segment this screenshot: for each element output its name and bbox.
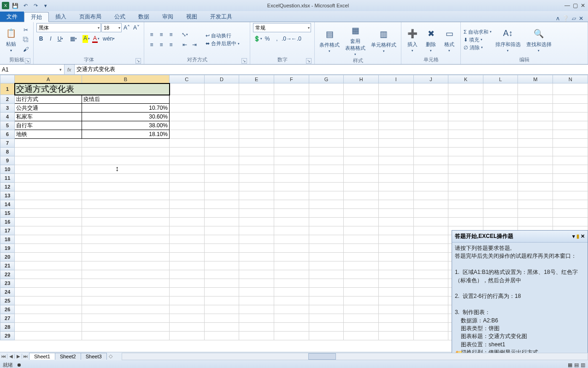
cell-K12[interactable] [448,183,483,191]
cell-E19[interactable] [239,244,274,253]
cell-A13[interactable] [15,191,82,200]
sheet-nav-prev-icon[interactable]: ◀ [7,354,15,359]
close-icon[interactable]: ✕ [581,2,585,9]
cell-C5[interactable] [170,121,205,130]
cell-C1[interactable] [170,83,205,95]
cell-B7[interactable] [82,139,169,148]
cell-J24[interactable] [413,288,448,297]
cell-I23[interactable] [379,279,414,288]
cell-H4[interactable] [344,113,379,121]
cell-D12[interactable] [204,183,239,191]
cell-J1[interactable] [413,83,448,95]
tab-review[interactable]: 审阅 [156,12,180,22]
cell-styles-button[interactable]: ▥单元格样式▾ [369,27,398,54]
cell-E18[interactable] [239,235,274,244]
cell-E6[interactable] [239,130,274,139]
cell-L8[interactable] [483,148,518,156]
cell-N5[interactable] [553,121,588,130]
cell-B11[interactable] [82,174,169,183]
cell-F12[interactable] [274,183,309,191]
increase-decimal-icon[interactable]: .0→ [282,34,291,43]
cell-I5[interactable] [379,121,414,130]
cell-I1[interactable] [379,83,414,95]
cell-L15[interactable] [483,209,518,218]
cell-B10[interactable] [82,165,169,174]
cell-J22[interactable] [413,270,448,279]
cell-G8[interactable] [309,148,344,156]
row-header-11[interactable]: 11 [0,174,15,183]
row-header-4[interactable]: 4 [0,113,15,121]
col-header-K[interactable]: K [448,75,483,83]
cell-A3[interactable]: 公共交通 [15,104,82,113]
cell-H1[interactable] [344,83,379,95]
cell-A10[interactable] [15,165,82,174]
cell-I25[interactable] [379,297,414,305]
cell-I15[interactable] [379,209,414,218]
macro-record-icon[interactable]: ⏺ [17,362,22,368]
cell-G29[interactable] [309,332,344,340]
cell-I21[interactable] [379,261,414,270]
cell-G12[interactable] [309,183,344,191]
cell-C9[interactable] [170,156,205,165]
cell-C14[interactable] [170,200,205,209]
cell-B15[interactable] [82,209,169,218]
cell-M6[interactable] [518,130,553,139]
cell-B14[interactable] [82,200,169,209]
select-all-corner[interactable] [0,75,15,83]
cell-K9[interactable] [448,156,483,165]
row-header-21[interactable]: 21 [0,261,15,270]
cell-K2[interactable] [448,95,483,104]
cell-E3[interactable] [239,104,274,113]
cell-B16[interactable] [82,218,169,226]
cell-C27[interactable] [170,314,205,323]
cell-C29[interactable] [170,332,205,340]
cell-E8[interactable] [239,148,274,156]
cell-E10[interactable] [239,165,274,174]
sheet-nav-last-icon[interactable]: ⏭ [22,354,29,359]
cell-J12[interactable] [413,183,448,191]
col-header-H[interactable]: H [344,75,379,83]
col-header-N[interactable]: N [553,75,588,83]
cell-M13[interactable] [518,191,553,200]
cell-D24[interactable] [204,288,239,297]
cell-J21[interactable] [413,261,448,270]
cell-G14[interactable] [309,200,344,209]
cell-N6[interactable] [553,130,588,139]
cell-K8[interactable] [448,148,483,156]
cell-E24[interactable] [239,288,274,297]
cell-H11[interactable] [344,174,379,183]
cell-N10[interactable] [553,165,588,174]
cell-J13[interactable] [413,191,448,200]
cell-A1[interactable]: 交通方式变化表 [15,83,170,95]
view-pagebreak-icon[interactable]: ▥ [581,362,585,368]
cell-D14[interactable] [204,200,239,209]
cell-G6[interactable] [309,130,344,139]
cell-L13[interactable] [483,191,518,200]
cell-B3[interactable]: 10.70% [82,104,169,113]
col-header-D[interactable]: D [204,75,239,83]
align-middle-icon[interactable]: ≡ [157,30,166,39]
cell-J5[interactable] [413,121,448,130]
cell-D7[interactable] [204,139,239,148]
cell-J8[interactable] [413,148,448,156]
copy-icon[interactable]: ⿻ [21,35,30,44]
cell-G3[interactable] [309,104,344,113]
font-dialog-icon[interactable]: ↘ [135,58,141,64]
cell-G20[interactable] [309,253,344,261]
cell-J9[interactable] [413,156,448,165]
cell-B27[interactable] [82,314,169,323]
font-name-combo[interactable]: 黑体▾ [36,23,101,32]
cell-F4[interactable] [274,113,309,121]
cell-A29[interactable] [15,332,82,340]
cell-A21[interactable] [15,261,82,270]
tab-file[interactable]: 文件 [0,12,24,22]
cell-H23[interactable] [344,279,379,288]
cell-M3[interactable] [518,104,553,113]
view-pagelayout-icon[interactable]: ▤ [574,362,579,368]
cell-J15[interactable] [413,209,448,218]
cell-G24[interactable] [309,288,344,297]
cell-G11[interactable] [309,174,344,183]
cell-L11[interactable] [483,174,518,183]
cell-L6[interactable] [483,130,518,139]
cell-K11[interactable] [448,174,483,183]
